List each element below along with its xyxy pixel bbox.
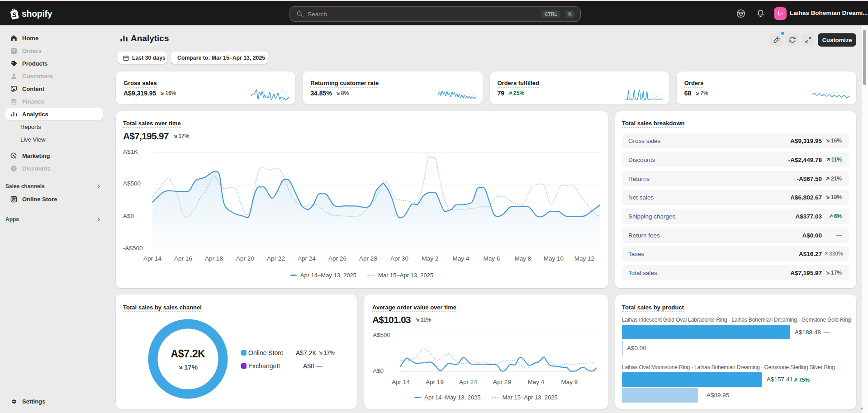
svg-text:S: S [12, 11, 17, 19]
